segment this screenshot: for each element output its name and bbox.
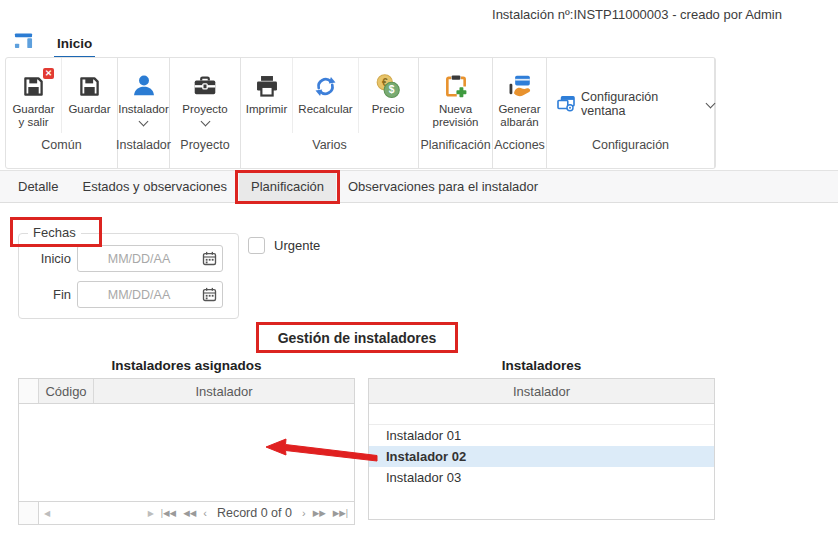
pager-prev-icon[interactable]: ‹ [203,507,207,519]
svg-text:$: $ [389,84,395,95]
tab-estados-y-observaciones[interactable]: Estados y observaciones [70,171,239,202]
print-label: Imprimir [244,103,290,116]
end-date-row: Fin [19,281,223,308]
pager-last-icon[interactable]: ▶▶| [333,508,348,518]
available-grid-header: Instalador [369,379,714,404]
pager-next-icon[interactable]: › [302,507,306,519]
save-label: Guardar [66,103,112,116]
ribbon-group-label-proyecto: Proyecto [170,133,240,168]
scroll-right-icon[interactable]: ▶ [143,509,159,518]
tab-observaciones-instalador[interactable]: Observaciones para el instalador [336,171,550,202]
price-button[interactable]: € $ Precio [359,58,417,133]
record-pager: |◀◀ ◀◀ ‹ Record 0 of 0 › ▶▶ ▶▶| [159,506,354,520]
annotation-box-gestion: Gestión de instaladores [256,322,458,353]
codigo-column-header[interactable]: Código [39,379,94,403]
scroll-left-icon[interactable]: ◀ [39,509,55,518]
start-date-label: Inicio [19,251,71,266]
chevron-down-icon [706,98,716,108]
calendar-icon[interactable] [202,287,217,302]
urgente-label: Urgente [274,238,320,253]
new-forecast-clipboard-icon [443,72,469,100]
assigned-grid-body[interactable] [19,404,354,501]
available-installers-grid: Instalador Instalador 01 Instalador 02 I… [368,378,715,520]
pager-prev-page-icon[interactable]: ◀◀ [183,508,196,518]
assigned-grid-header: Código Instalador [19,379,354,404]
installer-person-icon [131,72,157,100]
ribbon: ✕ Guardar y salir Guardar Común [5,57,716,169]
ribbon-group-label-planificacion: Planificación [419,133,492,168]
app-logo-icon [14,31,33,50]
generate-delivery-note-label: Generar albarán [493,103,546,129]
ribbon-group-acciones: Generar albarán Acciones [493,58,547,168]
save-exit-label: Guardar y salir [6,103,61,129]
ribbon-group-comun: ✕ Guardar y salir Guardar Común [6,58,118,168]
fechas-fieldset: Fechas Inicio Fin [18,233,239,319]
price-label: Precio [370,103,407,116]
recalculate-button[interactable]: Recalcular [293,58,359,133]
end-date-label: Fin [19,287,71,302]
ribbon-group-proyecto: Proyecto Proyecto [170,58,241,168]
ribbon-group-label-configuracion: Configuración [547,133,714,168]
installer-row[interactable]: Instalador 03 [369,467,714,488]
installer-row[interactable]: Instalador 01 [369,425,714,446]
pager-first-icon[interactable]: |◀◀ [161,508,176,518]
new-forecast-label: Nueva previsión [419,103,492,129]
installer-dropdown-button[interactable]: Instalador [118,58,169,133]
generate-delivery-note-button[interactable]: Generar albarán [493,58,546,133]
save-icon [77,72,102,100]
ribbon-group-configuracion: Configuración ventana Configuración [547,58,715,168]
tab-detalle[interactable]: Detalle [6,171,70,202]
footer-corner-box [19,502,39,524]
assigned-grid-footer: ◀ ▶ |◀◀ ◀◀ ‹ Record 0 of 0 › ▶▶ ▶▶| [19,501,354,524]
instalador-column-header[interactable]: Instalador [369,379,714,403]
pager-next-page-icon[interactable]: ▶▶ [313,508,326,518]
recalculate-sync-icon [312,72,339,100]
ribbon-group-buttons: ✕ Guardar y salir Guardar [6,58,117,133]
assigned-installers-grid: Código Instalador ◀ ▶ |◀◀ ◀◀ ‹ Record 0 … [18,378,355,525]
pager-record-text: Record 0 of 0 [217,506,292,520]
printer-icon [254,72,280,100]
ribbon-group-instalador: Instalador Instalador [118,58,170,168]
installer-label: Instalador [116,103,171,116]
ribbon-group-label-comun: Común [6,133,117,168]
window-config-dropdown-button[interactable]: Configuración ventana [547,58,714,133]
installer-row-selected[interactable]: Instalador 02 [369,446,714,467]
chevron-down-icon [200,117,210,127]
chevron-down-icon [139,117,149,127]
start-date-row: Inicio [19,245,223,272]
print-button[interactable]: Imprimir [241,58,293,133]
document-title: Instalación nº:INSTP11000003 - creado po… [492,7,782,22]
calendar-icon[interactable] [202,251,217,266]
window-config-label: Configuración ventana [581,90,701,118]
close-x-badge-icon: ✕ [43,68,54,79]
window-config-icon [557,96,575,112]
delivery-note-hand-icon [506,72,533,100]
urgente-field: Urgente [248,237,320,254]
new-forecast-button[interactable]: Nueva previsión [419,58,492,133]
project-toolbox-icon [192,72,218,100]
ribbon-group-planificacion: Nueva previsión Planificación [419,58,493,168]
available-panel-title: Instaladores [368,358,715,373]
recalculate-label: Recalcular [296,103,354,116]
ribbon-group-label-acciones: Acciones [493,133,546,168]
fechas-legend: Fechas [28,225,81,240]
filter-row[interactable] [369,404,714,425]
project-dropdown-button[interactable]: Proyecto [170,58,240,133]
save-button[interactable]: Guardar [62,58,117,133]
urgente-checkbox[interactable] [248,237,265,254]
save-exit-button[interactable]: ✕ Guardar y salir [6,58,62,133]
instalador-column-header[interactable]: Instalador [94,379,354,403]
save-exit-icon: ✕ [21,72,46,100]
project-label: Proyecto [180,103,229,116]
assigned-panel-title: Instaladores asignados [18,358,355,373]
ribbon-group-label-varios: Varios [241,133,418,168]
section-title: Gestión de instaladores [278,330,437,346]
tab-inicio[interactable]: Inicio [54,36,95,59]
tab-planificacion[interactable]: Planificación [239,171,336,202]
ribbon-group-label-instalador: Instalador [118,133,169,168]
tab-strip: Detalle Estados y observaciones Planific… [0,170,838,203]
available-grid-body[interactable] [369,488,714,519]
price-coins-icon: € $ [375,72,401,100]
row-selector-column-header [19,379,39,403]
ribbon-group-varios: Imprimir Recalcular € [241,58,419,168]
